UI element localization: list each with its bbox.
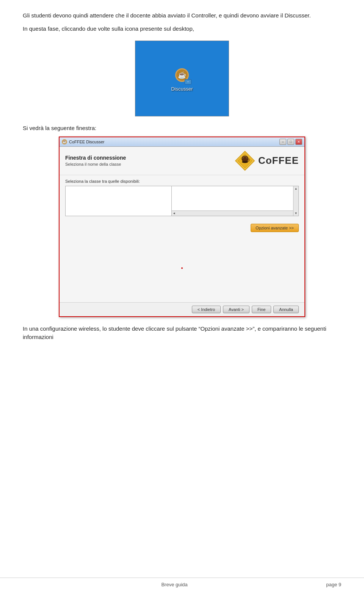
connection-subtitle: Seleziona il nome della classe <box>65 162 126 166</box>
close-button[interactable]: ✕ <box>295 139 302 145</box>
window-header-area: Finestra di connessione Seleziona il nom… <box>60 147 304 175</box>
discusser-icon-wrap: ☕ ↔ Discusser <box>171 66 193 92</box>
footer-center: Breve guida <box>161 582 187 587</box>
footer-right: page 9 <box>326 582 341 587</box>
intro-paragraph-2: In questa fase, cliccando due volte sull… <box>23 25 341 33</box>
window-body: Finestra di connessione Seleziona il nom… <box>60 147 304 316</box>
svg-point-3 <box>242 161 248 163</box>
window-titlebar: ☕ CoFFEE Discusser – □ ✕ <box>60 137 304 147</box>
coffee-logo: CoFFEE <box>235 151 299 171</box>
connection-title: Finestra di connessione <box>65 155 126 161</box>
cancel-button[interactable]: Annulla <box>273 306 299 313</box>
mid-text: Si vedrà la seguente finestra: <box>23 124 341 133</box>
center-dot <box>181 267 183 269</box>
coffee-logo-text: CoFFEE <box>258 155 299 166</box>
window-content: Seleziona la classe tra quelle disponibi… <box>60 175 304 220</box>
connection-info: Finestra di connessione Seleziona il nom… <box>65 155 126 166</box>
window-title-left: ☕ CoFFEE Discusser <box>62 139 105 144</box>
class-selector-area: ◄ ► ▲ ▼ <box>65 186 299 216</box>
back-button[interactable]: < Indietro <box>192 306 221 313</box>
intro-paragraph-1: Gli studenti devono quindi attendere che… <box>23 11 341 20</box>
window-spacer <box>60 234 304 302</box>
window-controls: – □ ✕ <box>279 139 302 145</box>
window-title: CoFFEE Discusser <box>69 140 105 144</box>
options-btn-area: Opzioni avanzate >> <box>60 220 304 234</box>
coffee-window: ☕ CoFFEE Discusser – □ ✕ Finestra di con… <box>59 137 305 317</box>
scroll-left-icon[interactable]: ◄ <box>173 212 176 215</box>
app-label: Discusser <box>171 86 193 92</box>
next-button[interactable]: Avanti > <box>223 306 249 313</box>
title-icon: ☕ <box>62 139 67 144</box>
options-advanced-button[interactable]: Opzioni avanzate >> <box>251 224 299 232</box>
restore-button[interactable]: □ <box>287 139 294 145</box>
page-footer: Breve guida page 9 <box>0 578 364 587</box>
outro-paragraph: In una configurazione wireless, lo stude… <box>23 325 341 342</box>
page-content: Gli studenti devono quindi attendere che… <box>0 0 364 377</box>
coffee-diamond-icon <box>235 151 255 171</box>
class-list-panel[interactable] <box>66 186 172 216</box>
vertical-scrollbar[interactable]: ▲ ▼ <box>293 186 298 216</box>
scroll-down-icon[interactable]: ▼ <box>295 212 298 215</box>
end-button[interactable]: Fine <box>252 306 271 313</box>
scroll-up-icon[interactable]: ▲ <box>295 187 298 190</box>
horizontal-scrollbar[interactable]: ◄ ► <box>172 210 298 216</box>
window-footer: < Indietro Avanti > Fine Annulla <box>60 302 304 316</box>
desktop-screenshot: ☕ ↔ Discusser <box>135 41 229 116</box>
select-label: Seleziona la classe tra quelle disponibi… <box>65 179 299 184</box>
minimize-button[interactable]: – <box>279 139 286 145</box>
